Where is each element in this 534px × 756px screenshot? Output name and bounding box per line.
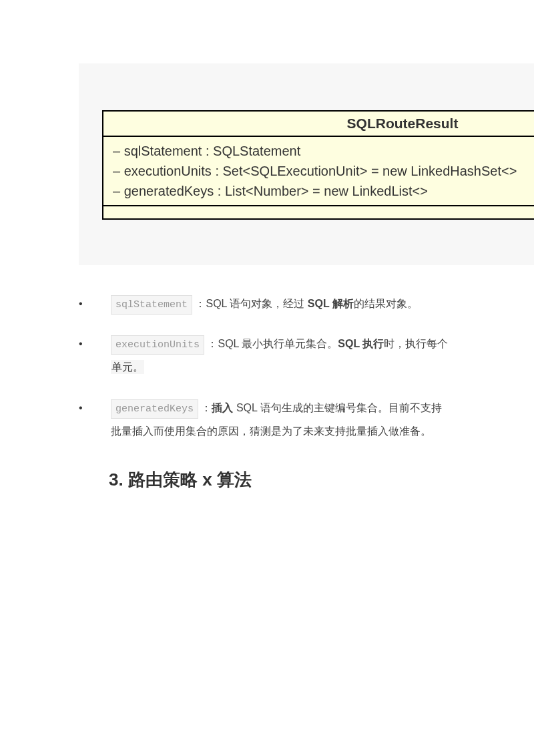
list-item: executionUnits ：SQL 最小执行单元集合。SQL 执行时，执行每…	[79, 332, 455, 379]
text: 的结果对象。	[354, 298, 418, 309]
uml-field: – generatedKeys : List<Number> = new Lin…	[113, 181, 534, 201]
uml-class-fields: – sqlStatement : SQLStatement – executio…	[103, 137, 534, 206]
text-continuation: 单元。	[111, 360, 144, 374]
text-continuation: 批量插入而使用集合的原因，猜测是为了未来支持批量插入做准备。	[111, 425, 431, 437]
uml-class-name: SQLRouteResult	[103, 112, 534, 137]
text: ：	[201, 402, 212, 413]
text: 时，执行每个	[384, 338, 448, 349]
bold-text: SQL 执行	[338, 338, 384, 349]
uml-class-box: SQLRouteResult – sqlStatement : SQLState…	[102, 110, 534, 220]
text: ：SQL 最小执行单元集合。	[207, 338, 338, 349]
list-item: generatedKeys ：插入 SQL 语句生成的主键编号集合。目前不支持 …	[79, 396, 455, 443]
bold-text: SQL 解析	[308, 298, 354, 309]
uml-class-methods	[103, 206, 534, 218]
content-area: sqlStatement ：SQL 语句对象，经过 SQL 解析的结果对象。 e…	[0, 292, 534, 492]
uml-field: – sqlStatement : SQLStatement	[113, 141, 534, 161]
uml-field: – executionUnits : Set<SQLExecutionUnit>…	[113, 161, 534, 181]
description-list: sqlStatement ：SQL 语句对象，经过 SQL 解析的结果对象。 e…	[79, 292, 455, 443]
bold-text: 插入	[212, 402, 236, 413]
text: SQL 语句生成的主键编号集合。目前不支持	[236, 402, 442, 413]
section-heading: 3. 路由策略 x 算法	[79, 468, 455, 492]
text: ：SQL 语句对象，经过	[195, 298, 307, 309]
code-token: executionUnits	[111, 335, 204, 355]
list-item: sqlStatement ：SQL 语句对象，经过 SQL 解析的结果对象。	[79, 292, 455, 315]
uml-diagram-container: SQLRouteResult – sqlStatement : SQLState…	[79, 63, 534, 265]
code-token: generatedKeys	[111, 399, 198, 419]
code-token: sqlStatement	[111, 295, 192, 315]
